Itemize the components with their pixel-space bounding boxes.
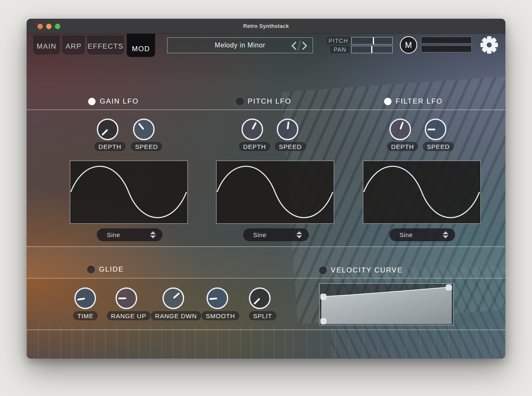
filter-speed-knob[interactable] [425,119,446,140]
pan-slider-thumb[interactable] [371,46,372,53]
dropdown-stepper-icon[interactable] [296,231,302,238]
tab-mod[interactable]: MOD [127,34,155,57]
level-meter-bottom [421,45,472,52]
knob-indicator [251,122,257,130]
curve-handle-left[interactable] [320,294,326,300]
knob-indicator [399,121,404,130]
gain-lfo-toggle[interactable] [88,98,96,105]
next-preset-icon [303,42,306,50]
gain-speed-label: SPEED [131,142,162,151]
close-window-button[interactable] [37,24,43,29]
plugin-window: Retro Synthstack MAIN ARP EFFECTS MOD Me… [27,19,505,359]
glide-range-up-label: RANGE UP [107,311,150,320]
filter-depth-label: DEPTH [387,142,418,151]
pitch-speed-knob[interactable] [277,119,298,140]
divider-above-glide [27,246,505,247]
knob-indicator [254,298,260,304]
sine-wave-graphic [217,161,333,223]
knob-indicator [138,123,144,130]
filter-lfo-toggle[interactable] [384,98,392,105]
sine-wave-graphic [70,161,187,223]
pitch-lfo-toggle[interactable] [236,98,244,105]
level-meter-top [421,37,472,44]
glide-section-band [27,246,505,278]
window-title: Retro Synthstack [243,23,289,29]
glide-label: GLIDE [99,265,124,274]
knob-indicator [77,297,86,300]
minimize-window-button[interactable] [46,24,52,29]
titlebar[interactable]: Retro Synthstack [27,19,505,34]
glide-time-label: TIME [73,311,98,320]
preset-name: Melody in Minor [215,42,266,49]
filter-lfo-label: FILTER LFO [396,97,443,106]
pitch-speed-label: SPEED [275,142,306,151]
glide-split-label: SPLIT [249,311,276,320]
knob-indicator [118,297,126,299]
divider-lfo-header [27,109,505,110]
divider-below-glide-header [27,278,505,279]
glide-range-dwn-knob[interactable] [163,287,184,309]
knob-indicator [428,129,436,130]
tab-arp[interactable]: ARP [62,35,85,54]
gain-lfo-label: GAIN LFO [100,97,139,106]
gain-depth-knob[interactable] [97,119,118,140]
pan-label: PAN [330,46,350,53]
preset-selector[interactable]: Melody in Minor [167,37,313,53]
pan-slider[interactable] [351,46,393,53]
pitch-slider[interactable] [351,37,393,45]
knob-indicator [287,121,289,130]
previous-preset-icon [292,42,296,50]
divider-bottom [27,329,505,330]
gain-speed-knob[interactable] [133,119,155,140]
filter-wave-select[interactable]: Sine [389,228,455,241]
dropdown-stepper-icon[interactable] [443,231,448,238]
separator-slash [298,41,300,51]
filter-depth-knob[interactable] [389,119,411,140]
pitch-wave-select[interactable]: Sine [243,228,309,241]
gain-depth-label: DEPTH [94,142,126,151]
glide-split-knob[interactable] [249,287,271,309]
midi-button[interactable]: M [400,36,417,54]
filter-lfo-waveform-display[interactable] [363,161,481,224]
velocity-curve-display[interactable] [319,283,454,325]
gain-wave-select[interactable]: Sine [97,228,163,241]
pitch-wave-value: Sine [253,231,296,238]
sine-wave-graphic [363,161,480,223]
tab-effects[interactable]: EFFECTS [87,35,124,54]
tab-main[interactable]: MAIN [33,35,60,54]
velocity-curve-label: VELOCITY CURVE [331,266,403,275]
pitch-depth-label: DEPTH [239,142,270,151]
glide-range-up-knob[interactable] [116,287,137,309]
knob-indicator [173,292,180,299]
gain-wave-value: Sine [107,231,150,238]
filter-speed-label: SPEED [423,142,454,151]
pitch-depth-knob[interactable] [241,119,263,140]
glide-toggle[interactable] [87,266,95,273]
glide-smooth-knob[interactable] [207,287,228,309]
pitch-lfo-label: PITCH LFO [248,97,291,106]
pitch-lfo-waveform-display[interactable] [216,161,334,224]
plugin-content: MAIN ARP EFFECTS MOD Melody in Minor PIT… [27,34,505,359]
glide-time-knob[interactable] [74,287,96,309]
filter-wave-value: Sine [399,231,443,238]
knob-indicator [101,129,108,136]
curve-handle-bottom-left[interactable] [320,318,326,324]
zoom-window-button[interactable] [55,24,60,29]
pitch-slider-thumb[interactable] [373,37,374,44]
velocity-curve-toggle[interactable] [319,267,327,274]
curve-handle-top-right[interactable] [446,285,452,290]
preset-prev-next-icons[interactable] [289,40,309,52]
knob-indicator [209,297,218,300]
velocity-curve-graphic [320,284,453,325]
settings-gear-icon[interactable] [480,35,499,54]
pitch-label: PITCH [327,37,350,45]
glide-smooth-label: SMOOTH [202,311,239,320]
gain-lfo-waveform-display[interactable] [70,161,188,224]
glide-range-dwn-label: RANGE DWN [151,311,201,320]
dropdown-stepper-icon[interactable] [150,231,156,238]
